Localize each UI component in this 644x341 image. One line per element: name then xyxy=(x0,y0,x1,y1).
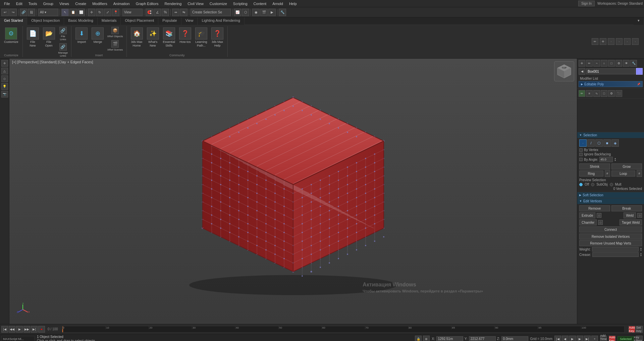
align-btn[interactable]: ⇋ xyxy=(180,9,187,16)
ribbon-tab-lighting[interactable]: Lighting And Rendering xyxy=(198,17,244,25)
tab-display-icon[interactable]: □ xyxy=(601,90,607,97)
connect-btn[interactable]: Connect xyxy=(579,226,642,232)
shrink-btn[interactable]: Shrink xyxy=(579,163,610,169)
object-name-field[interactable]: Box001 xyxy=(586,68,635,74)
z-coord[interactable]: 0.0mm xyxy=(501,336,528,341)
menu-file[interactable]: File xyxy=(1,1,13,6)
crease-slider[interactable] xyxy=(592,252,639,257)
element-mode-btn[interactable]: ◈ xyxy=(611,139,619,147)
modifier-arrow-btn[interactable]: ◀ xyxy=(579,68,585,75)
remove-isolated-btn[interactable]: Remove Isolated Vertices xyxy=(579,233,642,240)
y-coord[interactable]: 2212.677 xyxy=(469,336,496,341)
weld-settings-btn[interactable]: □ xyxy=(637,213,642,218)
panel-icon-util[interactable]: 🔧 xyxy=(630,60,637,67)
ribbon-icon-whats-new[interactable]: ✨ What'sNew xyxy=(146,26,160,49)
tab-selection-icon[interactable]: ✏ xyxy=(579,90,585,97)
ribbon-tab-view[interactable]: View xyxy=(181,17,198,25)
ribbon-icon-customize[interactable]: ⚙ Customize xyxy=(3,26,20,45)
panel-icon-gear[interactable]: ⚙ xyxy=(615,60,622,67)
menu-tools[interactable]: Tools xyxy=(26,1,40,6)
menu-content[interactable]: Content xyxy=(251,1,269,6)
border-mode-btn[interactable]: ⬡ xyxy=(595,139,603,147)
timeline-next-btn[interactable]: ▶| xyxy=(31,326,38,333)
break-btn[interactable]: Break xyxy=(611,205,642,211)
remove-btn[interactable]: Remove xyxy=(579,205,610,211)
preview-off-radio[interactable] xyxy=(579,183,583,186)
extrude-btn[interactable]: Extrude xyxy=(579,212,595,218)
ribbon-icon-file-open[interactable]: 📂 FileOpen xyxy=(42,26,56,49)
view-dropdown[interactable]: View xyxy=(122,9,143,16)
selected-status-btn[interactable]: Selected xyxy=(618,336,634,341)
auto-key-btn[interactable]: Auto Key xyxy=(609,336,615,341)
weld-btn[interactable]: Weld xyxy=(624,212,636,218)
polygon-mode-btn[interactable]: ■ xyxy=(603,139,611,147)
weight-slider[interactable] xyxy=(592,247,639,252)
selection-lock-btn[interactable]: 🔒 xyxy=(415,336,422,341)
key-filter-btn[interactable]: Key Filters... xyxy=(636,336,643,341)
timeline-track[interactable]: 0 10 20 30 40 50 60 70 80 85 90 95 100 xyxy=(62,326,625,333)
modifier-color-btn[interactable]: □ xyxy=(636,68,643,75)
ribbon-tab-materials[interactable]: Materials xyxy=(98,17,121,25)
menu-edit[interactable]: Edit xyxy=(13,1,25,6)
ring-arrow-icon[interactable]: # xyxy=(605,170,610,177)
add-time-tag-btn[interactable]: Add Time Tag xyxy=(600,336,607,341)
sign-in-btn[interactable]: Sign In xyxy=(578,1,595,6)
by-vertex-checkbox[interactable] xyxy=(579,148,583,152)
edge-mode-btn[interactable]: / xyxy=(587,139,595,147)
timeline-play-prev-btn[interactable]: ◀◀ xyxy=(9,326,15,333)
menu-create[interactable]: Create xyxy=(72,1,89,6)
panel-icon-plus[interactable]: ✛ xyxy=(579,60,585,67)
create-panel-btn[interactable]: ✛ xyxy=(1,60,8,67)
menu-modifiers[interactable]: Modifiers xyxy=(90,1,110,6)
ribbon-icon-xref-objects[interactable]: 📦 XRef Objects xyxy=(106,26,123,39)
modifier-editable-poly[interactable]: ▶ Editable Poly 📌 xyxy=(579,81,643,87)
mirror-btn[interactable]: ⇔ xyxy=(172,9,179,16)
render-setup-btn[interactable]: 🎬 xyxy=(260,9,268,16)
menu-scripting[interactable]: Scripting xyxy=(230,1,250,6)
menu-customize[interactable]: Customize xyxy=(207,1,230,6)
ribbon-crosshair-icon[interactable]: ✛ xyxy=(600,38,606,45)
cameras-btn[interactable]: 📷 xyxy=(1,91,8,97)
ribbon-pencil-icon[interactable]: ✏ xyxy=(592,38,598,45)
angle-down-arrow[interactable]: ▼ xyxy=(614,159,616,161)
loop-arrow-icon[interactable]: # xyxy=(637,170,642,177)
timeline-play-next-btn[interactable]: ▶▶ xyxy=(23,326,30,333)
ribbon-tab-get-started[interactable]: Get Started xyxy=(0,17,27,25)
section-edit-vertices-header[interactable]: ▼ Edit Vertices xyxy=(577,198,644,204)
menu-animation[interactable]: Animation xyxy=(111,1,132,6)
move-btn[interactable]: ✛ xyxy=(88,9,95,16)
panel-icon-pencil[interactable]: ✏ xyxy=(586,60,593,67)
panel-icon-camera[interactable]: 👁 xyxy=(623,60,630,67)
chamfer-settings-btn[interactable]: □ xyxy=(598,220,603,225)
extrude-settings-btn[interactable]: □ xyxy=(597,213,601,218)
viewport-nav-cube[interactable]: TOP xyxy=(554,61,574,81)
panel-icon-curve[interactable]: ~ xyxy=(593,60,600,67)
anim-next-key-btn[interactable]: ▶ xyxy=(577,336,583,341)
crease-down-arrow[interactable]: ▼ xyxy=(640,255,642,257)
tab-params-icon[interactable]: ≡ xyxy=(586,90,593,97)
tab-utilities-icon[interactable]: ⚙ xyxy=(608,90,615,97)
x-coord[interactable]: 1292.51m xyxy=(436,336,463,341)
ribbon-tab-object-inspection[interactable]: Object Inspection xyxy=(27,17,64,25)
modifier-pin-icon[interactable]: 📌 xyxy=(637,83,640,86)
coord-mode-btn[interactable]: ⊕ xyxy=(423,336,430,341)
panel-icon-sphere[interactable]: ○ xyxy=(601,60,607,67)
ribbon-icon-merge[interactable]: ⊕ Merge xyxy=(90,26,105,45)
menu-arnold[interactable]: Arnold xyxy=(270,1,286,6)
ribbon-icon-3dsmax-help[interactable]: ❓ 3ds MaxHelp xyxy=(210,26,225,49)
ribbon-icon-import[interactable]: ⬇ Import xyxy=(74,26,89,45)
menu-group[interactable]: Group xyxy=(40,1,56,6)
ignore-backfacing-checkbox[interactable] xyxy=(579,153,583,156)
scale-btn[interactable]: ⤢ xyxy=(104,9,111,16)
select-btn[interactable]: ↖ xyxy=(61,9,69,16)
snap-btn[interactable]: 🧲 xyxy=(146,9,153,16)
select-link-btn[interactable]: 🔗 xyxy=(20,9,27,16)
geometry-btn[interactable]: △ xyxy=(1,68,8,74)
ribbon-tab-expand[interactable]: ▾ xyxy=(634,17,644,25)
ring-btn[interactable]: Ring xyxy=(579,170,603,177)
shapes-btn[interactable]: ◇ xyxy=(1,75,8,82)
timeline-prev-btn[interactable]: |◀ xyxy=(1,326,8,333)
rotate-btn[interactable]: ↻ xyxy=(96,9,103,16)
vertex-mode-btn[interactable]: · xyxy=(579,139,587,147)
ribbon-tab-populate[interactable]: Populate xyxy=(158,17,181,25)
